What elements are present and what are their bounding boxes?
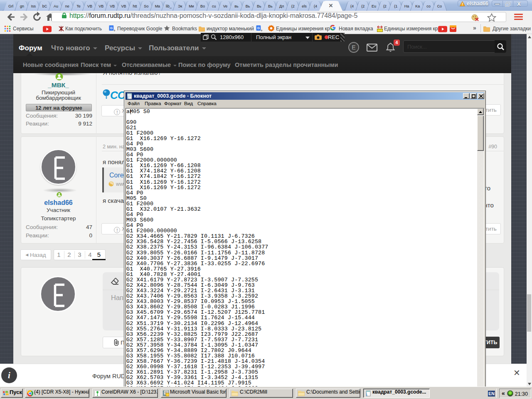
svg-text:G: G bbox=[257, 26, 260, 30]
svg-text:G: G bbox=[110, 26, 113, 30]
